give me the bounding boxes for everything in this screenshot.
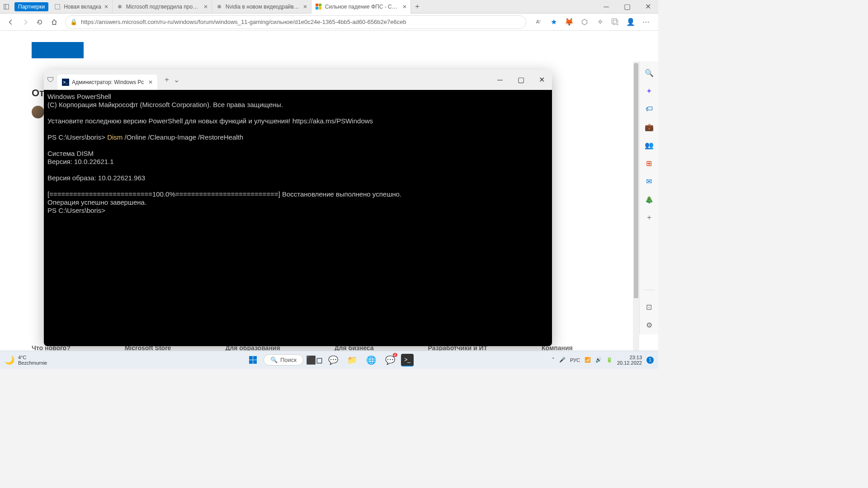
favorite-icon[interactable]: ★: [549, 17, 559, 27]
collections-icon[interactable]: ⿻: [610, 17, 620, 27]
page-heading: От: [32, 87, 44, 99]
tray-chevron-icon[interactable]: ˄: [552, 357, 555, 363]
browser-tab-0[interactable]: Новая вкладка ✕: [50, 0, 113, 14]
tab-title: Nvidia в новом видеодрайвере: [226, 4, 300, 10]
search-icon: 🔍: [270, 357, 278, 363]
new-tab-button[interactable]: ＋: [411, 0, 424, 13]
page-banner: [32, 42, 84, 58]
close-icon[interactable]: ✕: [303, 4, 307, 10]
weather-widget[interactable]: 🌙 4°C Bezchmurnie: [0, 355, 52, 366]
edge-icon[interactable]: 🌐: [363, 352, 379, 368]
tree-icon[interactable]: 🎄: [644, 194, 654, 204]
toolbar-icons: A⁾ ★ 🦊 ⬡ ✧ ⿻ 👤 ⋯: [530, 17, 655, 27]
avatar[interactable]: [32, 106, 44, 118]
tab-title: Новая вкладка: [64, 4, 101, 10]
edge-sidebar: 🔍 ✦ 🏷 💼 👥 ⊞ ✉ 🎄 ＋ ⊡ ⚙: [639, 61, 658, 334]
gear-icon: ❄: [216, 3, 223, 10]
maximize-button[interactable]: ▢: [617, 0, 637, 14]
battery-icon[interactable]: 🔋: [606, 357, 613, 363]
wifi-icon[interactable]: 📶: [585, 357, 591, 363]
close-button[interactable]: ✕: [637, 0, 658, 14]
powershell-icon: >_: [62, 79, 69, 86]
scrollbar-thumb[interactable]: [634, 63, 638, 298]
system-tray: ˄ 🎤 РУС 📶 🔊 🔋 23:13 20.12.2022 1: [547, 355, 658, 366]
browser-tab-2[interactable]: ❄ Nvidia в новом видеодрайвере ✕: [212, 0, 311, 14]
lock-icon: 🔒: [70, 19, 77, 25]
terminal-new-tab[interactable]: ＋: [160, 75, 174, 84]
tag-icon[interactable]: 🏷: [644, 104, 654, 114]
terminal-tab[interactable]: >_ Администратор: Windows Pc ✕: [57, 75, 157, 90]
people-icon[interactable]: 👥: [644, 140, 654, 150]
scrollbar[interactable]: ▲ ▼: [633, 61, 639, 352]
tab-strip: Новая вкладка ✕ ❄ Microsoft подтвердила …: [50, 0, 596, 14]
settings-icon[interactable]: ⚙: [644, 320, 654, 330]
url-text: https://answers.microsoft.com/ru-ru/wind…: [81, 19, 406, 25]
terminal-tab-title: Администратор: Windows Pc: [72, 79, 144, 85]
office-icon[interactable]: ⊞: [644, 158, 654, 168]
profile-icon[interactable]: 👤: [626, 17, 636, 27]
start-button[interactable]: [245, 352, 261, 368]
chat-icon[interactable]: 💬: [325, 352, 341, 368]
extensions-icon[interactable]: ⬡: [580, 17, 590, 27]
expand-icon[interactable]: ⊡: [644, 302, 654, 312]
volume-icon[interactable]: 🔊: [595, 357, 602, 363]
search-label: Поиск: [280, 357, 297, 363]
notifications-icon[interactable]: 1: [646, 357, 654, 364]
explorer-icon[interactable]: 📁: [344, 352, 360, 368]
back-button[interactable]: [4, 15, 18, 29]
gear-icon: ❄: [116, 3, 123, 10]
browser-tab-1[interactable]: ❄ Microsoft подтвердила пробле ✕: [113, 0, 212, 14]
page-icon: [54, 3, 61, 10]
tab-title: Microsoft подтвердила пробле: [126, 4, 201, 10]
terminal-titlebar[interactable]: 🛡 >_ Администратор: Windows Pc ✕ ＋ ⌄ ─ ▢…: [44, 70, 552, 90]
chevron-down-icon[interactable]: ⌄: [174, 75, 183, 84]
home-button[interactable]: [47, 15, 61, 29]
window-controls: ─ ▢ ✕: [596, 0, 658, 14]
forward-button: [18, 15, 33, 29]
menu-icon[interactable]: ⋯: [641, 17, 651, 27]
svg-rect-0: [4, 4, 9, 9]
page-content: От Что нового? Microsoft Store Для образ…: [0, 31, 658, 352]
weather-icon: 🌙: [5, 355, 14, 365]
close-icon[interactable]: ✕: [104, 4, 108, 10]
terminal-window: 🛡 >_ Администратор: Windows Pc ✕ ＋ ⌄ ─ ▢…: [44, 70, 552, 346]
task-view-icon[interactable]: ⬛◻: [306, 352, 322, 368]
weather-desc: Bezchmurnie: [18, 360, 47, 366]
discord-icon[interactable]: 💬2: [382, 352, 398, 368]
spark-icon[interactable]: ✦: [644, 86, 654, 96]
clock[interactable]: 23:13 20.12.2022: [617, 355, 642, 366]
close-icon[interactable]: ✕: [148, 79, 153, 85]
shield-icon: 🛡: [44, 76, 57, 84]
close-icon[interactable]: ✕: [402, 4, 407, 10]
favorites-bar-icon[interactable]: ✧: [595, 17, 605, 27]
refresh-button[interactable]: [33, 15, 47, 29]
fox-icon[interactable]: 🦊: [564, 17, 574, 27]
tray-lang[interactable]: РУС: [570, 357, 580, 363]
minimize-button[interactable]: ─: [490, 70, 510, 90]
tab-title: Сильное падение ФПС - Сооб: [325, 4, 400, 10]
tab-actions-button[interactable]: [0, 0, 13, 13]
search-icon[interactable]: 🔍: [644, 68, 654, 78]
url-input[interactable]: 🔒 https://answers.microsoft.com/ru-ru/wi…: [65, 15, 526, 29]
svg-rect-2: [55, 4, 60, 9]
terminal-icon[interactable]: >_: [401, 354, 414, 366]
read-aloud-icon[interactable]: A⁾: [533, 17, 543, 27]
taskbar-center: 🔍 Поиск ⬛◻ 💬 📁 🌐 💬2 >_: [245, 352, 414, 368]
taskbar: 🌙 4°C Bezchmurnie 🔍 Поиск ⬛◻ 💬 📁 🌐 💬2 >_…: [0, 351, 658, 369]
taskbar-search[interactable]: 🔍 Поиск: [264, 354, 303, 366]
briefcase-icon[interactable]: 💼: [644, 122, 654, 132]
maximize-button[interactable]: ▢: [510, 70, 531, 90]
terminal-window-controls: ─ ▢ ✕: [490, 70, 552, 90]
weather-temp: 4°C: [18, 355, 47, 360]
close-button[interactable]: ✕: [531, 70, 552, 90]
plus-icon[interactable]: ＋: [644, 212, 654, 222]
minimize-button[interactable]: ─: [596, 0, 617, 14]
microphone-icon[interactable]: 🎤: [559, 357, 566, 363]
browser-titlebar: Партнерки Новая вкладка ✕ ❄ Microsoft по…: [0, 0, 658, 14]
partner-badge[interactable]: Партнерки: [14, 2, 48, 11]
address-bar: 🔒 https://answers.microsoft.com/ru-ru/wi…: [0, 14, 658, 31]
browser-tab-3[interactable]: Сильное падение ФПС - Сооб ✕: [311, 0, 411, 14]
terminal-output[interactable]: Windows PowerShell (C) Корпорация Майкро…: [44, 90, 552, 346]
close-icon[interactable]: ✕: [203, 4, 208, 10]
outlook-icon[interactable]: ✉: [644, 176, 654, 186]
